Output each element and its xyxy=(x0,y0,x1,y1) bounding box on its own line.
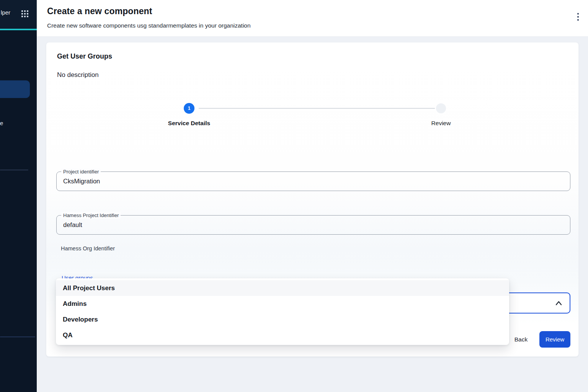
dropdown-option-qa[interactable]: QA xyxy=(56,327,509,343)
step-indicator-upcoming[interactable] xyxy=(436,103,446,113)
dropdown-option-admins[interactable]: Admins xyxy=(56,296,509,312)
step-connector-line xyxy=(199,108,435,109)
sidebar-item-selected[interactable] xyxy=(0,80,30,98)
sidebar-brand-text: lper xyxy=(1,9,10,16)
back-button[interactable]: Back xyxy=(507,331,535,348)
project-identifier-value[interactable]: CksMigration xyxy=(63,172,100,191)
harness-project-identifier-field[interactable]: Hamess Project Identifier default xyxy=(56,215,570,235)
dropdown-option-developers[interactable]: Developers xyxy=(56,312,509,327)
sidebar-item-label[interactable]: e xyxy=(0,120,3,126)
page-subtitle: Create new software components usg stand… xyxy=(47,22,251,29)
chevron-up-icon xyxy=(555,301,562,306)
step-label-review: Review xyxy=(418,120,464,127)
dropdown-option-all-project-users[interactable]: All Project Users xyxy=(56,280,509,296)
apps-grid-icon[interactable] xyxy=(21,10,29,18)
harness-project-identifier-value[interactable]: default xyxy=(63,216,82,234)
step-indicator-active[interactable]: 1 xyxy=(184,103,194,114)
sidebar-header: lper xyxy=(0,0,37,29)
page-header: Create a new component Create new softwa… xyxy=(37,0,588,37)
sidebar-divider xyxy=(0,170,28,170)
harness-org-identifier-label: Hamess Org Identifier xyxy=(61,245,115,252)
review-button[interactable]: Review xyxy=(539,331,570,348)
card-description: No description xyxy=(57,71,99,79)
sidebar-accent-line xyxy=(0,29,37,30)
kebab-menu-icon[interactable] xyxy=(573,10,583,23)
sidebar: lper e xyxy=(0,0,37,392)
main-area: Create a new component Create new softwa… xyxy=(37,0,588,392)
page-title: Create a new component xyxy=(47,6,152,16)
project-identifier-field[interactable]: Project identifier CksMigration xyxy=(56,172,570,191)
sidebar-divider xyxy=(0,336,35,337)
step-label-service-details: Service Details xyxy=(161,120,217,127)
card-title: Get User Groups xyxy=(57,52,112,60)
user-groups-dropdown-panel: All Project Users Admins Developers QA xyxy=(56,278,509,345)
